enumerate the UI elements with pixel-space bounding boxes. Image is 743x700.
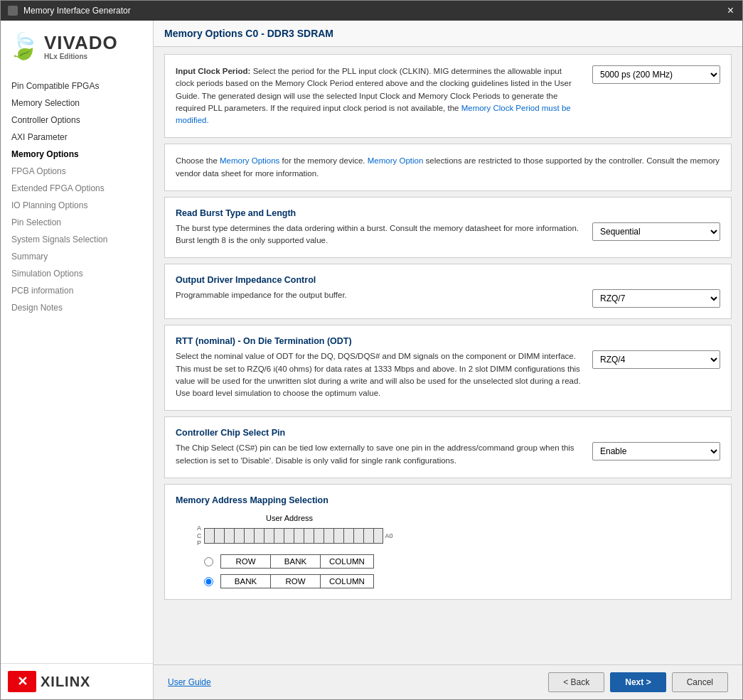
chip-select-section: Controller Chip Select Pin The Chip Sele…: [164, 416, 732, 478]
panel-body: Input Clock Period: Select the period fo…: [154, 47, 742, 664]
map-cell-bank: BANK: [271, 555, 321, 568]
input-clock-text: Input Clock Period: Select the period fo…: [176, 65, 582, 126]
window-title: Memory Interface Generator: [23, 6, 131, 16]
map-cell-column: COLUMN: [321, 555, 373, 568]
panel-header: Memory Options C0 - DDR3 SDRAM: [154, 21, 742, 47]
read-burst-control: Sequential Interleaved: [592, 222, 720, 241]
main-content: 🍃 VIVADO HLx Editions Pin Compatible FPG…: [1, 21, 742, 699]
address-mapping-title: Memory Address Mapping Selection: [176, 495, 720, 505]
address-bar: ACP: [197, 524, 393, 547]
bottom-right: < Back Next > Cancel: [548, 672, 728, 692]
output-driver-dropdown[interactable]: RZQ/7 RZQ/6 RZQ/5: [592, 289, 720, 308]
logo-leaf-icon: 🍃: [8, 31, 40, 61]
input-clock-dropdown[interactable]: 5000 ps (200 MHz) 4000 ps (250 MHz) 3000…: [592, 65, 720, 84]
memory-option-link2: Memory Option: [368, 156, 424, 165]
sidebar-item-controller-options[interactable]: Controller Options: [1, 112, 153, 129]
sidebar-item-simulation-options[interactable]: Simulation Options: [1, 265, 153, 282]
chip-select-control: Enable Disable: [592, 442, 720, 461]
rtt-section: RTT (nominal) - On Die Termination (ODT)…: [164, 325, 732, 411]
rtt-dropdown[interactable]: RZQ/4 RZQ/6 RZQ/8 Disabled: [592, 350, 720, 369]
sidebar-item-summary[interactable]: Summary: [1, 248, 153, 265]
main-window: Memory Interface Generator × 🍃 VIVADO HL…: [0, 0, 743, 700]
input-clock-label: Input Clock Period:: [176, 67, 253, 75]
sidebar-item-axi-parameter[interactable]: AXI Parameter: [1, 129, 153, 146]
output-driver-section: Output Driver Impedance Control Programm…: [164, 264, 732, 319]
addr-cell: [343, 528, 353, 544]
map-cell-bank2: BANK: [221, 575, 271, 588]
description-section: Choose the Memory Options for the memory…: [164, 144, 732, 191]
addr-cells: [204, 528, 383, 544]
rtt-row: Select the nominal value of ODT for the …: [176, 350, 720, 399]
sidebar-nav: Pin Compatible FPGAs Memory Selection Co…: [1, 72, 153, 663]
read-burst-row: The burst type determines the data order…: [176, 222, 720, 247]
map-cell-row: ROW: [221, 555, 271, 568]
mapping-table-2: BANK ROW COLUMN: [220, 574, 374, 588]
mapping-table-1: ROW BANK COLUMN: [220, 554, 374, 569]
bottom-bar: User Guide < Back Next > Cancel: [154, 664, 742, 699]
sidebar-logo: 🍃 VIVADO HLx Editions: [1, 21, 153, 72]
description-text: Choose the: [176, 156, 220, 165]
sidebar-item-fpga-options[interactable]: FPGA Options: [1, 163, 153, 180]
user-address-container: User Address ACP: [176, 514, 720, 588]
panel-title: Memory Options C0 - DDR3 SDRAM: [164, 28, 732, 39]
back-button[interactable]: < Back: [548, 672, 604, 692]
output-driver-control: RZQ/7 RZQ/6 RZQ/5: [592, 289, 720, 308]
rtt-heading: RTT (nominal) - On Die Termination (ODT): [176, 336, 720, 346]
addr-cell: [244, 528, 254, 544]
read-burst-heading: Read Burst Type and Length: [176, 208, 720, 218]
addr-cell: [304, 528, 314, 544]
addr-cell: [353, 528, 363, 544]
addr-left-label: ACP: [197, 524, 202, 547]
output-driver-text: Programmable impedance for the output bu…: [176, 289, 582, 301]
addr-cell: [264, 528, 274, 544]
sidebar-item-extended-fpga[interactable]: Extended FPGA Options: [1, 180, 153, 197]
mapping-radio-row-bank-col[interactable]: [204, 557, 213, 566]
xilinx-x-icon: ✕: [8, 671, 36, 692]
mapping-radio-bank-row-col[interactable]: [204, 577, 213, 586]
input-clock-control: 5000 ps (200 MHz) 4000 ps (250 MHz) 3000…: [592, 65, 720, 84]
sidebar-item-design-notes[interactable]: Design Notes: [1, 299, 153, 316]
chip-select-dropdown[interactable]: Enable Disable: [592, 442, 720, 461]
xilinx-text: XILINX: [41, 674, 90, 690]
user-guide-button[interactable]: User Guide: [168, 677, 211, 687]
next-button[interactable]: Next >: [610, 672, 666, 692]
right-panel: Memory Options C0 - DDR3 SDRAM Input Clo…: [154, 21, 742, 699]
chip-select-heading: Controller Chip Select Pin: [176, 428, 720, 438]
logo-text: VIVADO HLx Editions: [44, 32, 118, 60]
sidebar-item-pcb-information[interactable]: PCB information: [1, 282, 153, 299]
xilinx-logo: ✕ XILINX: [8, 671, 146, 692]
sidebar-item-pin-selection[interactable]: Pin Selection: [1, 214, 153, 231]
cancel-button[interactable]: Cancel: [672, 672, 728, 692]
addr-cell: [254, 528, 264, 544]
vivado-logo: 🍃 VIVADO HLx Editions: [8, 31, 146, 61]
mapping-options: ROW BANK COLUMN BANK ROW: [197, 554, 374, 588]
sidebar: 🍃 VIVADO HLx Editions Pin Compatible FPG…: [1, 21, 154, 699]
chip-select-row: The Chip Select (CS#) pin can be tied lo…: [176, 442, 720, 467]
sidebar-item-memory-options[interactable]: Memory Options: [1, 146, 153, 163]
memory-options-link: Memory Options: [220, 156, 279, 165]
addr-cell: [373, 528, 383, 544]
output-driver-heading: Output Driver Impedance Control: [176, 275, 720, 285]
close-button[interactable]: ×: [726, 5, 735, 16]
addr-cell: [333, 528, 343, 544]
address-mapping-section: Memory Address Mapping Selection User Ad…: [164, 484, 732, 600]
user-address-label: User Address: [197, 514, 382, 522]
map-cell-row2: ROW: [271, 575, 321, 588]
logo-vivado-text: VIVADO: [44, 32, 118, 54]
read-burst-dropdown[interactable]: Sequential Interleaved: [592, 222, 720, 241]
sidebar-item-system-signals[interactable]: System Signals Selection: [1, 231, 153, 248]
description-text-2: for the memory device.: [279, 156, 367, 165]
read-burst-section: Read Burst Type and Length The burst typ…: [164, 197, 732, 259]
sidebar-item-memory-selection[interactable]: Memory Selection: [1, 95, 153, 112]
addr-cell: [204, 528, 214, 544]
app-icon: [8, 6, 18, 16]
addr-cell: [294, 528, 304, 544]
sidebar-item-io-planning[interactable]: IO Planning Options: [1, 197, 153, 214]
addr-cell: [363, 528, 373, 544]
rtt-text: Select the nominal value of ODT for the …: [176, 350, 582, 399]
mapping-option-bank-row-col: BANK ROW COLUMN: [204, 574, 374, 588]
sidebar-bottom: ✕ XILINX: [1, 663, 153, 699]
mapping-option-row-bank-col: ROW BANK COLUMN: [204, 554, 374, 569]
input-clock-section: Input Clock Period: Select the period fo…: [164, 54, 732, 138]
sidebar-item-pin-compatible[interactable]: Pin Compatible FPGAs: [1, 77, 153, 95]
